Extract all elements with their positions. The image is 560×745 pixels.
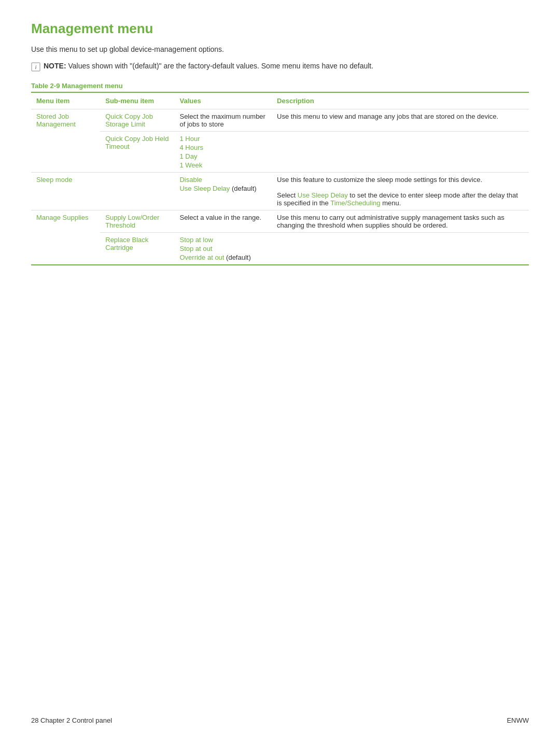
values-replace-black: Stop at low Stop at out Override at out …: [174, 233, 272, 265]
table-row: Replace Black Cartridge Stop at low Stop…: [31, 233, 529, 265]
table-row: Quick Copy Job Held Timeout 1 Hour 4 Hou…: [31, 132, 529, 173]
menu-item-sleep-mode: Sleep mode: [31, 173, 100, 210]
footer-left: 28 Chapter 2 Control panel: [31, 716, 112, 724]
note-icon: i: [31, 62, 40, 72]
sub-menu-supply-threshold: Supply Low/Order Threshold: [100, 210, 174, 233]
note-text: Values shown with "(default)" are the fa…: [68, 62, 373, 70]
footer-right: ENWW: [507, 716, 529, 724]
svg-text:i: i: [35, 64, 36, 70]
sub-menu-quick-copy-storage: Quick Copy Job Storage Limit: [100, 109, 174, 132]
desc-stored-job: Use this menu to view and manage any job…: [272, 109, 529, 132]
values-timeout: 1 Hour 4 Hours 1 Day 1 Week: [174, 132, 272, 173]
page-title: Management menu: [31, 21, 529, 37]
menu-item-stored-job: Stored Job Management: [31, 109, 100, 173]
note-label: NOTE:: [44, 62, 66, 70]
sub-menu-replace-black: Replace Black Cartridge: [100, 233, 174, 265]
table-row: Manage Supplies Supply Low/Order Thresho…: [31, 210, 529, 233]
col-description: Description: [272, 92, 529, 109]
note-box: i NOTE: Values shown with "(default)" ar…: [31, 62, 529, 72]
desc-manage-supplies: Use this menu to carry out administrativ…: [272, 210, 529, 233]
sub-menu-sleep: [100, 173, 174, 210]
col-menu-item: Menu item: [31, 92, 100, 109]
intro-text: Use this menu to set up global device-ma…: [31, 45, 529, 53]
desc-replace-black: [272, 233, 529, 265]
values-supply-threshold: Select a value in the range.: [174, 210, 272, 233]
values-max-jobs: Select the maximum number of jobs to sto…: [174, 109, 272, 132]
table-row: Stored Job Management Quick Copy Job Sto…: [31, 109, 529, 132]
col-sub-menu: Sub-menu item: [100, 92, 174, 109]
values-sleep: Disable Use Sleep Delay (default): [174, 173, 272, 210]
management-menu-table: Menu item Sub-menu item Values Descripti…: [31, 92, 529, 265]
table-header-row: Menu item Sub-menu item Values Descripti…: [31, 92, 529, 109]
menu-item-manage-supplies: Manage Supplies: [31, 210, 100, 265]
table-row: Sleep mode Disable Use Sleep Delay (defa…: [31, 173, 529, 210]
desc-timeout: [272, 132, 529, 173]
col-values: Values: [174, 92, 272, 109]
table-caption: Table 2-9 Management menu: [31, 82, 529, 90]
desc-sleep: Use this feature to customize the sleep …: [272, 173, 529, 210]
sub-menu-quick-copy-held: Quick Copy Job Held Timeout: [100, 132, 174, 173]
page-footer: 28 Chapter 2 Control panel ENWW: [31, 716, 529, 724]
